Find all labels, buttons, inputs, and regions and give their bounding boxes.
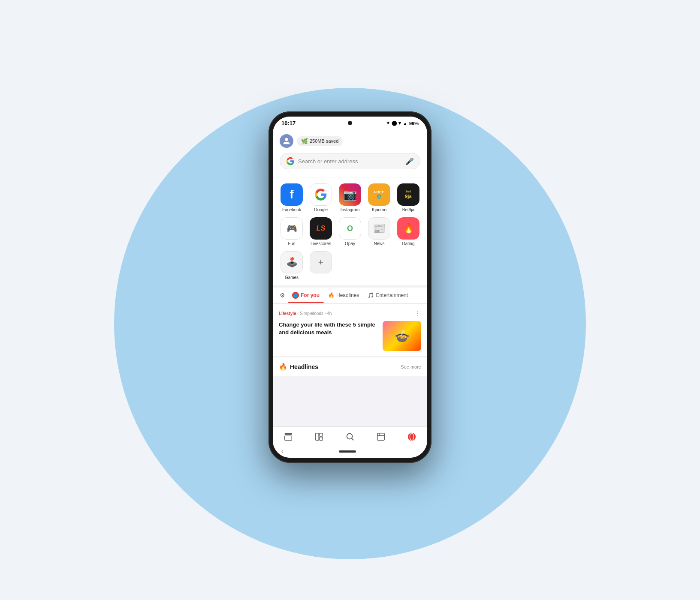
hand-container: 10:17 ✦ ⬤ ▾ ▲ 99%	[200, 43, 500, 557]
livescores-icon: LS	[310, 217, 332, 240]
app-item-dating[interactable]: 🔥 Dating	[394, 216, 423, 248]
app-item-kjautan[interactable]: FREE🌐 Kjautan	[365, 182, 394, 214]
news-tabs: ⚙ 🌐 For you 🔥 Headlines 🎵 Entertainment	[273, 288, 427, 303]
news-meta-left: Lifestyle · Simplefoods · 4h	[279, 311, 332, 316]
see-more-link[interactable]: See more	[401, 364, 421, 369]
status-icons: ✦ ⬤ ▾ ▲ 99%	[386, 120, 419, 126]
app-item-add[interactable]: +	[306, 249, 335, 282]
home-indicator: ‹	[273, 447, 427, 458]
music-tab-icon: 🎵	[368, 292, 374, 298]
google-label: Google	[314, 207, 328, 212]
wifi-icon: ▾	[398, 120, 401, 126]
svg-rect-0	[285, 433, 292, 435]
google-icon	[310, 183, 332, 206]
app-row-3: 🕹️ Games +	[277, 249, 423, 282]
bet9ja-icon: bet9ja	[397, 183, 419, 206]
scene: 10:17 ✦ ⬤ ▾ ▲ 99%	[200, 43, 500, 557]
app-item-instagram[interactable]: 📷 Instagram	[335, 182, 365, 214]
svg-line-6	[352, 438, 353, 440]
add-icon[interactable]: +	[310, 251, 332, 273]
camera-dot	[348, 121, 352, 125]
app-item-games[interactable]: 🕹️ Games	[277, 249, 306, 282]
saved-badge: 🌿 250MB saved	[297, 136, 343, 146]
app-grid: f Facebook	[273, 177, 427, 285]
app-item-google[interactable]: Google	[306, 182, 335, 214]
svg-rect-7	[377, 433, 385, 441]
news-time: 4h	[327, 311, 332, 316]
app-item-bet9ja[interactable]: bet9ja Bet9ja	[394, 182, 423, 214]
tab-headlines-label: Headlines	[336, 292, 359, 298]
search-bar[interactable]: Search or enter address 🎤	[280, 153, 420, 169]
search-placeholder: Search or enter address	[298, 158, 402, 165]
split-icon	[314, 432, 324, 441]
app-item-news[interactable]: 📰 News	[365, 216, 394, 248]
status-time: 10:17	[281, 120, 296, 126]
headlines-section: 🔥 Headlines See more	[273, 357, 427, 376]
news-category: Lifestyle	[279, 311, 296, 316]
globe-icon: 🌐	[292, 292, 299, 299]
news-feed-icon	[376, 432, 386, 441]
tabs-icon	[284, 432, 293, 441]
avatar[interactable]	[280, 134, 293, 148]
games-label: Games	[285, 275, 299, 280]
svg-rect-1	[285, 436, 292, 440]
facebook-label: Facebook	[282, 207, 301, 212]
signal-icon: ▲	[403, 121, 407, 126]
screen-content[interactable]: 🌿 250MB saved Se	[273, 128, 427, 426]
bet9ja-label: Bet9ja	[402, 207, 414, 212]
app-item-livescores[interactable]: LS Livescores	[306, 216, 335, 248]
app-row-2: 🎮 Fun LS Livescores O O	[277, 216, 423, 248]
fire-icon: 🔥	[279, 363, 287, 371]
more-options-icon[interactable]: ⋮	[414, 309, 421, 318]
app-item-fun[interactable]: 🎮 Fun	[277, 216, 306, 248]
nav-opera[interactable]	[403, 430, 421, 443]
user-row: 🌿 250MB saved	[280, 132, 420, 150]
location-icon: ⬤	[392, 120, 397, 126]
bluetooth-icon: ✦	[386, 120, 390, 126]
opay-label: Opay	[345, 241, 355, 246]
phone-screen: 10:17 ✦ ⬤ ▾ ▲ 99%	[273, 117, 427, 458]
app-item-opay[interactable]: O Opay	[335, 216, 365, 248]
svg-rect-3	[320, 433, 323, 436]
fire-tab-icon: 🔥	[328, 292, 335, 298]
kjautan-label: Kjautan	[372, 207, 386, 212]
phone-device: 10:17 ✦ ⬤ ▾ ▲ 99%	[269, 111, 431, 463]
news-icon: 📰	[368, 217, 390, 240]
news-card[interactable]: Lifestyle · Simplefoods · 4h ⋮ Change yo…	[273, 304, 427, 357]
kjautan-icon: FREE🌐	[368, 183, 390, 206]
food-image-placeholder	[383, 321, 421, 351]
leaf-icon: 🌿	[301, 138, 308, 144]
tab-headlines[interactable]: 🔥 Headlines	[324, 288, 363, 303]
headlines-header: 🔥 Headlines See more	[279, 363, 421, 371]
dating-label: Dating	[402, 241, 415, 246]
instagram-label: Instagram	[341, 207, 359, 212]
news-source: Simplefoods	[300, 311, 323, 316]
instagram-icon: 📷	[339, 183, 361, 206]
tab-for-you[interactable]: 🌐 For you	[288, 288, 324, 303]
headlines-title: 🔥 Headlines	[279, 363, 318, 371]
tab-for-you-label: For you	[301, 292, 320, 298]
home-pill	[339, 450, 356, 453]
tab-entertainment[interactable]: 🎵 Entertainment	[363, 288, 412, 303]
opay-icon: O	[339, 217, 361, 240]
nav-split[interactable]	[310, 430, 328, 443]
headlines-label: Headlines	[290, 363, 318, 370]
tab-entertainment-label: Entertainment	[376, 292, 408, 298]
bottom-nav	[273, 426, 427, 447]
fun-icon: 🎮	[281, 217, 303, 240]
battery-text: 99%	[409, 121, 419, 126]
app-row-1: f Facebook	[277, 182, 423, 214]
nav-news-feed[interactable]	[372, 430, 390, 443]
fun-label: Fun	[288, 241, 295, 246]
news-image	[383, 321, 421, 351]
opera-icon	[407, 432, 416, 441]
nav-tabs[interactable]	[279, 430, 297, 443]
nav-search[interactable]	[341, 430, 359, 443]
filter-icon[interactable]: ⚙	[277, 288, 288, 303]
back-arrow-icon[interactable]: ‹	[281, 448, 283, 454]
microphone-icon[interactable]: 🎤	[405, 157, 414, 165]
games-icon: 🕹️	[281, 251, 303, 273]
search-icon	[345, 432, 355, 441]
app-item-facebook[interactable]: f Facebook	[277, 182, 306, 214]
news-content: Change your life with these 5 simple and…	[279, 321, 421, 351]
